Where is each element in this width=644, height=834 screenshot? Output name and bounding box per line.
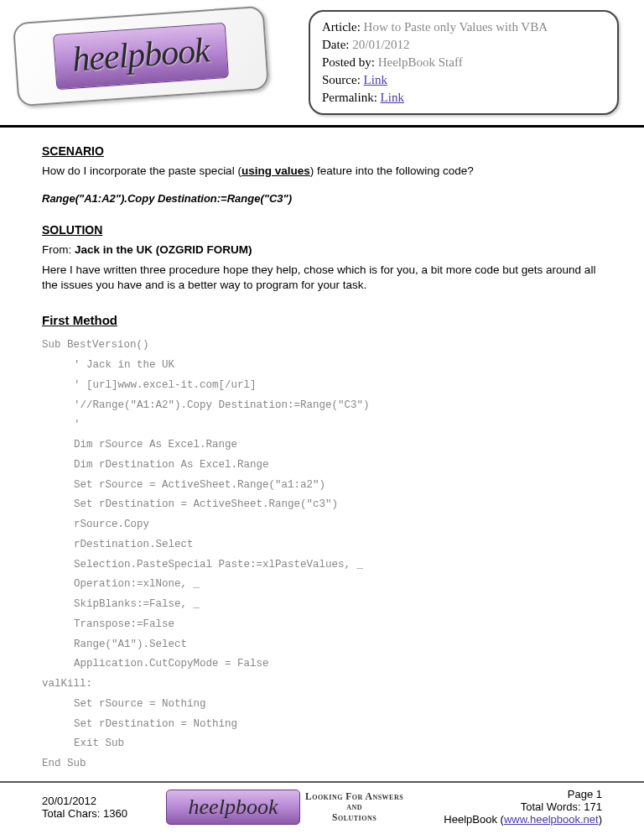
code-line: Exit Sub xyxy=(42,734,602,754)
footer-chars: Total Chars: 1360 xyxy=(42,807,159,820)
code-line: Dim rDestination As Excel.Range xyxy=(42,456,602,476)
footer-date: 20/01/2012 xyxy=(42,795,159,807)
footer-logo: heelpbook xyxy=(166,790,300,825)
code-line: ' xyxy=(42,415,602,435)
document-header: heelpbook Article: How to Paste only Val… xyxy=(0,0,644,128)
code-line: End Sub xyxy=(42,754,602,774)
code-line: valKill: xyxy=(42,675,602,695)
footer-site: HeelpBook (www.heelpbook.net) xyxy=(403,813,602,826)
code-line: Set rSource = ActiveSheet.Range("a1:a2") xyxy=(42,476,602,496)
meta-date: Date: 20/01/2012 xyxy=(322,36,605,54)
scenario-question: How do I incorporate the paste special (… xyxy=(42,164,602,177)
scenario-code: Range("A1:A2").Copy Destination:=Range("… xyxy=(42,192,602,205)
code-line: Set rDestination = Nothing xyxy=(42,715,602,735)
code-line: Dim rSource As Excel.Range xyxy=(42,435,602,456)
permalink-link[interactable]: Link xyxy=(381,91,404,104)
code-line: ' Jack in the UK xyxy=(42,356,602,376)
footer-words: Total Words: 171 xyxy=(403,800,602,813)
footer-page: Page 1 xyxy=(403,788,602,800)
code-line: Selection.PasteSpecial Paste:=xlPasteVal… xyxy=(42,555,602,576)
code-line: '//Range("A1:A2").Copy Destination:=Rang… xyxy=(42,396,602,416)
code-line: Range("A1").Select xyxy=(42,635,602,655)
meta-article: Article: How to Paste only Values with V… xyxy=(322,18,605,36)
scenario-heading: SCENARIO xyxy=(42,144,602,158)
document-footer: 20/01/2012 Total Chars: 1360 heelpbook L… xyxy=(0,781,644,834)
meta-permalink: Permalink: Link xyxy=(322,89,605,107)
metadata-box: Article: How to Paste only Values with V… xyxy=(309,10,619,115)
meta-source: Source: Link xyxy=(322,71,605,89)
document-content: SCENARIO How do I incorporate the paste … xyxy=(0,128,644,783)
code-line: SkipBlanks:=False, _ xyxy=(42,595,602,615)
solution-description: Here I have written three procedure hope… xyxy=(42,263,602,293)
code-line: Set rSource = Nothing xyxy=(42,695,602,715)
code-line: rSource.Copy xyxy=(42,515,602,535)
meta-postedby: Posted by: HeelpBook Staff xyxy=(322,54,605,71)
code-line: Operation:=xlNone, _ xyxy=(42,575,602,595)
code-line: Set rDestination = ActiveSheet.Range("c3… xyxy=(42,495,602,515)
footer-tagline: Looking For Answers and Solutions xyxy=(305,791,403,823)
solution-heading: SOLUTION xyxy=(42,223,602,237)
logo-text: heelpbook xyxy=(53,23,229,90)
footer-right: Page 1 Total Words: 171 HeelpBook (www.h… xyxy=(403,788,602,826)
code-line: Application.CutCopyMode = False xyxy=(42,654,602,675)
solution-author: From: Jack in the UK (OZGRID FORUM) xyxy=(42,243,602,256)
code-block: Sub BestVersion()' Jack in the UK' [url]… xyxy=(42,336,602,774)
code-line: ' [url]www.excel-it.com[/url] xyxy=(42,376,602,396)
method-heading: First Method xyxy=(42,313,602,327)
logo-box: heelpbook xyxy=(13,6,269,107)
site-link[interactable]: www.heelpbook.net xyxy=(504,813,599,826)
code-line: Transpose:=False xyxy=(42,615,602,635)
code-line: rDestination.Select xyxy=(42,535,602,555)
footer-left: 20/01/2012 Total Chars: 1360 xyxy=(42,795,159,820)
code-line: Sub BestVersion() xyxy=(42,336,602,356)
source-link[interactable]: Link xyxy=(364,73,387,86)
